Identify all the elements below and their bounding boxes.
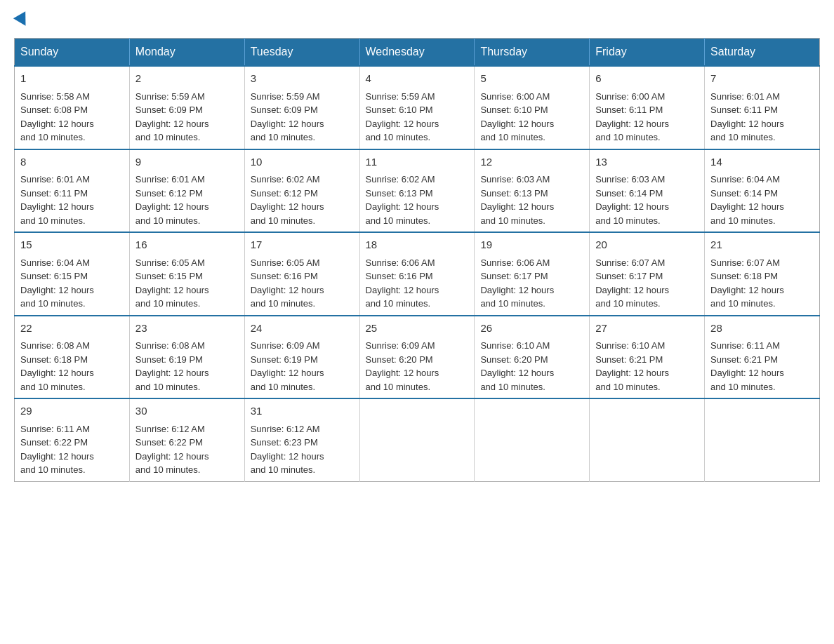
calendar-week-row: 1 Sunrise: 5:58 AMSunset: 6:08 PMDayligh… bbox=[15, 66, 820, 149]
calendar-cell: 25 Sunrise: 6:09 AMSunset: 6:20 PMDaylig… bbox=[359, 316, 475, 399]
day-info: Sunrise: 6:04 AMSunset: 6:14 PMDaylight:… bbox=[710, 174, 784, 226]
day-info: Sunrise: 6:06 AMSunset: 6:16 PMDaylight:… bbox=[366, 257, 439, 309]
day-info: Sunrise: 5:59 AMSunset: 6:10 PMDaylight:… bbox=[366, 91, 439, 143]
day-header-saturday: Saturday bbox=[705, 39, 820, 67]
day-number: 26 bbox=[480, 321, 583, 337]
day-info: Sunrise: 5:59 AMSunset: 6:09 PMDaylight:… bbox=[251, 91, 324, 143]
calendar-cell: 14 Sunrise: 6:04 AMSunset: 6:14 PMDaylig… bbox=[705, 149, 820, 233]
day-info: Sunrise: 6:02 AMSunset: 6:12 PMDaylight:… bbox=[251, 174, 324, 226]
calendar-cell: 16 Sunrise: 6:05 AMSunset: 6:15 PMDaylig… bbox=[129, 232, 244, 316]
day-number: 23 bbox=[135, 321, 239, 337]
day-info: Sunrise: 6:01 AMSunset: 6:11 PMDaylight:… bbox=[710, 91, 784, 143]
day-info: Sunrise: 6:11 AMSunset: 6:21 PMDaylight:… bbox=[710, 340, 784, 392]
day-info: Sunrise: 6:03 AMSunset: 6:13 PMDaylight:… bbox=[480, 174, 554, 226]
calendar-cell: 9 Sunrise: 6:01 AMSunset: 6:12 PMDayligh… bbox=[129, 149, 244, 233]
day-number: 20 bbox=[595, 237, 699, 253]
day-info: Sunrise: 6:09 AMSunset: 6:20 PMDaylight:… bbox=[366, 340, 439, 392]
calendar-cell: 2 Sunrise: 5:59 AMSunset: 6:09 PMDayligh… bbox=[129, 66, 244, 149]
day-number: 29 bbox=[20, 403, 124, 420]
calendar-table: SundayMondayTuesdayWednesdayThursdayFrid… bbox=[14, 38, 820, 482]
day-number: 28 bbox=[710, 321, 814, 337]
logo-triangle-icon bbox=[13, 11, 32, 29]
day-header-wednesday: Wednesday bbox=[359, 39, 475, 67]
calendar-cell: 26 Sunrise: 6:10 AMSunset: 6:20 PMDaylig… bbox=[475, 316, 590, 399]
page-header bbox=[14, 14, 820, 24]
calendar-week-row: 8 Sunrise: 6:01 AMSunset: 6:11 PMDayligh… bbox=[15, 149, 820, 233]
day-info: Sunrise: 5:58 AMSunset: 6:08 PMDaylight:… bbox=[20, 91, 94, 143]
day-number: 13 bbox=[595, 154, 699, 170]
calendar-header-row: SundayMondayTuesdayWednesdayThursdayFrid… bbox=[15, 39, 820, 67]
day-info: Sunrise: 6:10 AMSunset: 6:21 PMDaylight:… bbox=[595, 340, 669, 392]
day-info: Sunrise: 6:09 AMSunset: 6:19 PMDaylight:… bbox=[251, 340, 324, 392]
calendar-cell: 30 Sunrise: 6:12 AMSunset: 6:22 PMDaylig… bbox=[129, 398, 244, 481]
day-number: 1 bbox=[20, 71, 124, 87]
day-info: Sunrise: 6:05 AMSunset: 6:15 PMDaylight:… bbox=[135, 257, 209, 309]
calendar-cell: 19 Sunrise: 6:06 AMSunset: 6:17 PMDaylig… bbox=[475, 232, 590, 316]
day-info: Sunrise: 6:03 AMSunset: 6:14 PMDaylight:… bbox=[595, 174, 669, 226]
day-number: 10 bbox=[251, 154, 354, 170]
day-number: 2 bbox=[135, 71, 239, 87]
day-number: 25 bbox=[366, 321, 469, 337]
day-header-monday: Monday bbox=[129, 39, 244, 67]
day-info: Sunrise: 6:00 AMSunset: 6:10 PMDaylight:… bbox=[480, 91, 554, 143]
day-info: Sunrise: 6:07 AMSunset: 6:18 PMDaylight:… bbox=[710, 257, 784, 309]
day-info: Sunrise: 5:59 AMSunset: 6:09 PMDaylight:… bbox=[135, 91, 209, 143]
calendar-cell: 15 Sunrise: 6:04 AMSunset: 6:15 PMDaylig… bbox=[15, 232, 130, 316]
day-info: Sunrise: 6:02 AMSunset: 6:13 PMDaylight:… bbox=[366, 174, 439, 226]
day-number: 18 bbox=[366, 237, 469, 253]
day-number: 17 bbox=[251, 237, 354, 253]
day-number: 6 bbox=[595, 71, 699, 87]
day-info: Sunrise: 6:01 AMSunset: 6:12 PMDaylight:… bbox=[135, 174, 209, 226]
day-number: 31 bbox=[251, 403, 354, 420]
calendar-week-row: 22 Sunrise: 6:08 AMSunset: 6:18 PMDaylig… bbox=[15, 316, 820, 399]
day-number: 21 bbox=[710, 237, 814, 253]
day-number: 3 bbox=[251, 71, 354, 87]
day-number: 12 bbox=[480, 154, 583, 170]
calendar-cell bbox=[475, 398, 590, 481]
day-header-sunday: Sunday bbox=[15, 39, 130, 67]
calendar-cell: 24 Sunrise: 6:09 AMSunset: 6:19 PMDaylig… bbox=[244, 316, 359, 399]
calendar-cell: 1 Sunrise: 5:58 AMSunset: 6:08 PMDayligh… bbox=[15, 66, 130, 149]
day-header-tuesday: Tuesday bbox=[244, 39, 359, 67]
day-info: Sunrise: 6:00 AMSunset: 6:11 PMDaylight:… bbox=[595, 91, 669, 143]
day-number: 5 bbox=[480, 71, 583, 87]
day-number: 19 bbox=[480, 237, 583, 253]
calendar-cell: 20 Sunrise: 6:07 AMSunset: 6:17 PMDaylig… bbox=[590, 232, 705, 316]
calendar-week-row: 15 Sunrise: 6:04 AMSunset: 6:15 PMDaylig… bbox=[15, 232, 820, 316]
calendar-cell: 18 Sunrise: 6:06 AMSunset: 6:16 PMDaylig… bbox=[359, 232, 475, 316]
day-number: 8 bbox=[20, 154, 124, 170]
calendar-cell: 29 Sunrise: 6:11 AMSunset: 6:22 PMDaylig… bbox=[15, 398, 130, 481]
calendar-cell: 17 Sunrise: 6:05 AMSunset: 6:16 PMDaylig… bbox=[244, 232, 359, 316]
day-number: 30 bbox=[135, 403, 239, 420]
day-info: Sunrise: 6:12 AMSunset: 6:22 PMDaylight:… bbox=[135, 424, 209, 476]
day-info: Sunrise: 6:08 AMSunset: 6:19 PMDaylight:… bbox=[135, 340, 209, 392]
day-number: 27 bbox=[595, 321, 699, 337]
day-number: 16 bbox=[135, 237, 239, 253]
calendar-cell bbox=[705, 398, 820, 481]
logo-text bbox=[14, 14, 29, 29]
calendar-cell: 8 Sunrise: 6:01 AMSunset: 6:11 PMDayligh… bbox=[15, 149, 130, 233]
day-number: 11 bbox=[366, 154, 469, 170]
calendar-week-row: 29 Sunrise: 6:11 AMSunset: 6:22 PMDaylig… bbox=[15, 398, 820, 481]
calendar-cell: 5 Sunrise: 6:00 AMSunset: 6:10 PMDayligh… bbox=[475, 66, 590, 149]
logo bbox=[14, 14, 29, 24]
calendar-cell: 22 Sunrise: 6:08 AMSunset: 6:18 PMDaylig… bbox=[15, 316, 130, 399]
calendar-cell: 28 Sunrise: 6:11 AMSunset: 6:21 PMDaylig… bbox=[705, 316, 820, 399]
day-header-friday: Friday bbox=[590, 39, 705, 67]
day-number: 4 bbox=[366, 71, 469, 87]
calendar-cell: 31 Sunrise: 6:12 AMSunset: 6:23 PMDaylig… bbox=[244, 398, 359, 481]
day-info: Sunrise: 6:01 AMSunset: 6:11 PMDaylight:… bbox=[20, 174, 94, 226]
calendar-cell: 3 Sunrise: 5:59 AMSunset: 6:09 PMDayligh… bbox=[244, 66, 359, 149]
day-info: Sunrise: 6:07 AMSunset: 6:17 PMDaylight:… bbox=[595, 257, 669, 309]
day-number: 7 bbox=[710, 71, 814, 87]
day-number: 24 bbox=[251, 321, 354, 337]
calendar-cell: 4 Sunrise: 5:59 AMSunset: 6:10 PMDayligh… bbox=[359, 66, 475, 149]
calendar-cell: 7 Sunrise: 6:01 AMSunset: 6:11 PMDayligh… bbox=[705, 66, 820, 149]
day-info: Sunrise: 6:12 AMSunset: 6:23 PMDaylight:… bbox=[251, 424, 324, 476]
day-number: 15 bbox=[20, 237, 124, 253]
day-info: Sunrise: 6:04 AMSunset: 6:15 PMDaylight:… bbox=[20, 257, 94, 309]
day-number: 14 bbox=[710, 154, 814, 170]
calendar-cell: 23 Sunrise: 6:08 AMSunset: 6:19 PMDaylig… bbox=[129, 316, 244, 399]
calendar-cell: 11 Sunrise: 6:02 AMSunset: 6:13 PMDaylig… bbox=[359, 149, 475, 233]
day-info: Sunrise: 6:08 AMSunset: 6:18 PMDaylight:… bbox=[20, 340, 94, 392]
